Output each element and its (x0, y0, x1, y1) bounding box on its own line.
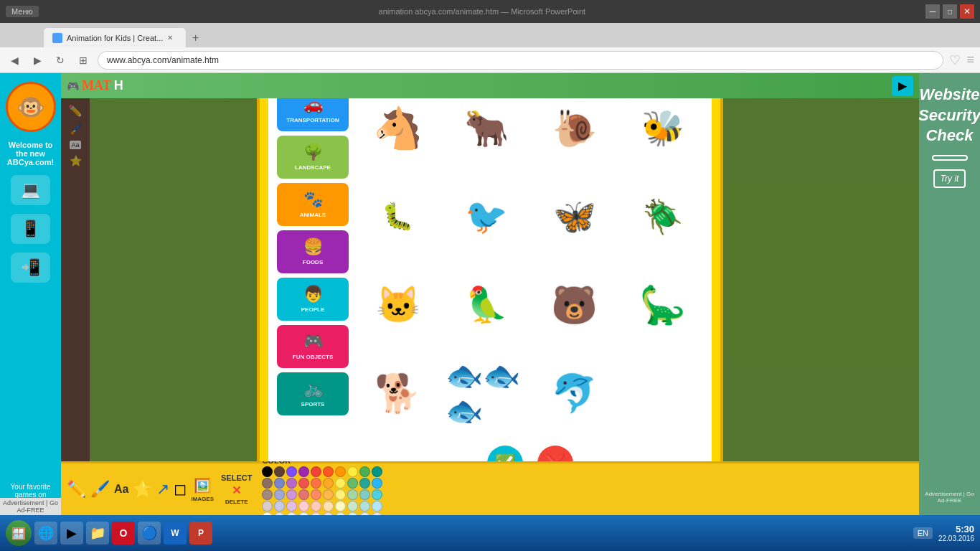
image-bear[interactable]: 🐻 (534, 265, 615, 346)
chrome-icon[interactable]: 🔵 (138, 522, 161, 545)
color-swatch[interactable] (298, 489, 309, 500)
media-player-icon[interactable]: ▶ (60, 522, 83, 545)
color-swatch[interactable] (274, 466, 285, 477)
color-swatch[interactable] (286, 478, 297, 489)
image-cow[interactable]: 🐂 (446, 98, 527, 169)
grid-button[interactable]: ⊞ (75, 52, 92, 69)
brush-icon: 🖌️ (90, 480, 110, 499)
image-caterpillar[interactable]: 🐛 (357, 176, 438, 258)
star-tool[interactable]: ⭐ (133, 480, 152, 499)
bookmark-icon[interactable]: ♡ (949, 52, 961, 68)
word-icon[interactable]: W (164, 522, 187, 545)
color-swatch[interactable] (262, 489, 273, 500)
opera-icon[interactable]: O (112, 522, 135, 545)
cat-btn-people[interactable]: 👦 PEOPLE (277, 278, 349, 321)
maximize-btn[interactable]: □ (943, 4, 957, 19)
color-swatch[interactable] (347, 501, 358, 512)
color-swatch[interactable] (274, 501, 285, 512)
play-arrow[interactable]: ▶ (892, 76, 913, 96)
color-swatch[interactable] (323, 466, 334, 477)
color-swatch[interactable] (347, 489, 358, 500)
image-parrot[interactable]: 🦜 (446, 265, 527, 346)
start-button[interactable]: 🪟 (6, 520, 32, 546)
color-swatch[interactable] (347, 478, 358, 489)
select-tool[interactable]: SELECT ✕ DELETE (221, 474, 252, 505)
powerpoint-icon[interactable]: P (189, 522, 212, 545)
color-swatch[interactable] (311, 501, 321, 512)
color-swatch[interactable] (274, 489, 285, 500)
color-swatch[interactable] (311, 489, 321, 500)
exit-button[interactable]: ❌ EXIT (537, 446, 573, 462)
back-button[interactable]: ◀ (6, 52, 23, 69)
color-swatch[interactable] (298, 466, 309, 477)
cat-btn-sports[interactable]: 🚲 SPORTS (277, 372, 349, 415)
color-swatch[interactable] (335, 489, 346, 500)
close-btn[interactable]: ✕ (960, 4, 974, 19)
cat-btn-foods[interactable]: 🍔 FOODS (277, 230, 349, 273)
color-swatch[interactable] (347, 466, 358, 477)
color-swatch[interactable] (359, 478, 370, 489)
color-swatch[interactable] (311, 478, 321, 489)
color-swatch[interactable] (298, 501, 309, 512)
tab-close-icon[interactable]: ✕ (167, 34, 173, 42)
arrow-tool[interactable]: ↗ (156, 480, 169, 499)
url-input[interactable]: www.abcya.com/animate.htm (98, 51, 943, 70)
color-swatch[interactable] (298, 478, 309, 489)
image-dog[interactable]: 🐕 (357, 353, 438, 434)
color-swatch[interactable] (323, 501, 334, 512)
new-tab-button[interactable]: + (187, 29, 204, 47)
color-swatch[interactable] (286, 466, 297, 477)
brush-tool[interactable]: 🖌️ (90, 480, 110, 499)
done-button[interactable]: ✅ DONE (487, 446, 523, 462)
cat-btn-transportation[interactable]: 🚗 TRANSPORTATION (277, 98, 349, 131)
text-tool-bottom[interactable]: Aa (114, 483, 128, 496)
cat-btn-fun-objects[interactable]: 🎮 FUN OBJECTS (277, 325, 349, 368)
color-swatch[interactable] (335, 501, 346, 512)
image-dinosaur[interactable]: 🦕 (622, 265, 703, 346)
cat-btn-animals[interactable]: 🐾 ANIMALS (277, 183, 349, 226)
images-label: IMAGES (191, 496, 214, 502)
color-swatch[interactable] (262, 478, 273, 489)
image-fish-group[interactable]: 🐟🐟🐟 (446, 353, 527, 434)
color-swatch[interactable] (359, 466, 370, 477)
color-swatch[interactable] (359, 489, 370, 500)
image-cat[interactable]: 🐱 (357, 265, 438, 346)
pencil-icon: ✏️ (67, 480, 86, 499)
color-swatch[interactable] (323, 489, 334, 500)
color-swatch[interactable] (286, 501, 297, 512)
image-snail[interactable]: 🐌 (534, 98, 615, 169)
color-swatch[interactable] (323, 478, 334, 489)
color-swatch[interactable] (262, 501, 273, 512)
cat-btn-landscape[interactable]: 🌳 LANDSCAPE (277, 136, 349, 179)
refresh-button[interactable]: ↻ (52, 52, 69, 69)
person-icon: 👦 (303, 285, 323, 303)
ie-icon[interactable]: 🌐 (34, 522, 57, 545)
color-swatch[interactable] (311, 466, 321, 477)
color-swatch[interactable] (286, 489, 297, 500)
minimize-btn[interactable]: ─ (925, 4, 940, 19)
color-swatch[interactable] (335, 478, 346, 489)
color-swatch[interactable] (372, 466, 382, 477)
image-butterfly[interactable]: 🦋 (534, 176, 615, 258)
color-swatch[interactable] (335, 466, 346, 477)
color-swatch[interactable] (262, 466, 273, 477)
color-swatch[interactable] (372, 489, 382, 500)
color-swatch[interactable] (372, 478, 382, 489)
windows-menu[interactable]: Меню (6, 6, 39, 17)
active-tab[interactable]: Animation for Kids | Creat... ✕ (43, 27, 187, 47)
image-bee[interactable]: 🐝 (622, 98, 703, 169)
color-swatch[interactable] (372, 501, 382, 512)
color-swatch[interactable] (274, 478, 285, 489)
color-swatch[interactable] (359, 501, 370, 512)
try-it-btn[interactable]: Try it (933, 169, 966, 188)
file-manager-icon[interactable]: 📁 (86, 522, 109, 545)
eraser-tool[interactable]: ◻ (174, 480, 187, 499)
images-tool[interactable]: 🖼️ IMAGES (191, 477, 214, 502)
forward-button[interactable]: ▶ (29, 52, 46, 69)
image-horse[interactable]: 🐴 (357, 98, 438, 169)
image-fish-blue[interactable]: 🐬 (534, 353, 615, 434)
image-dragonfly[interactable]: 🪲 (622, 176, 703, 258)
menu-icon[interactable]: ≡ (966, 52, 974, 67)
image-bird[interactable]: 🐦 (446, 176, 527, 258)
pencil-tool[interactable]: ✏️ (67, 480, 86, 499)
